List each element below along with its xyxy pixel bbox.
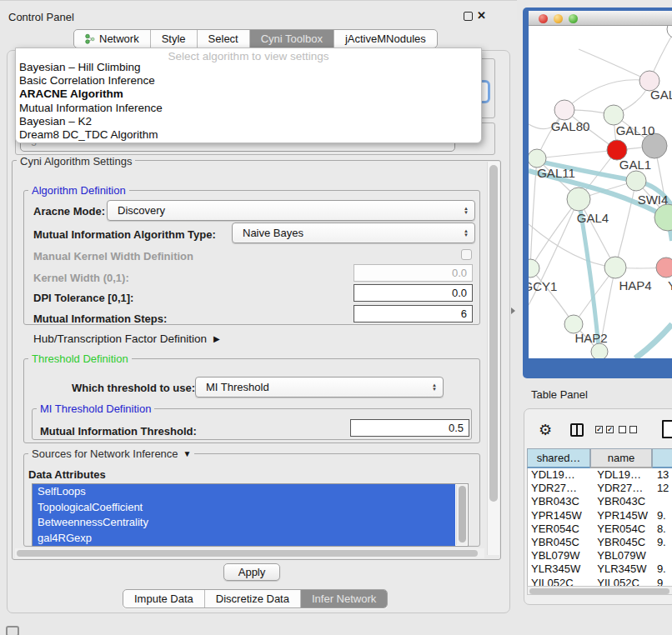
table-cell[interactable]: YER054C bbox=[589, 522, 649, 536]
table-cell[interactable]: YIL052C bbox=[589, 577, 649, 587]
table-row[interactable]: YBL079W YBL079W bbox=[528, 549, 672, 562]
document-icon[interactable] bbox=[662, 420, 672, 438]
table-cell[interactable] bbox=[649, 549, 672, 562]
algorithm-option[interactable]: Bayesian – K2 bbox=[16, 115, 481, 128]
table-cell[interactable]: YPR145W bbox=[528, 509, 589, 522]
table-cell[interactable]: 9. bbox=[649, 536, 672, 549]
network-node[interactable] bbox=[654, 204, 672, 231]
table-cell[interactable]: 12 bbox=[649, 482, 672, 495]
collapse-right-icon[interactable]: ▶ bbox=[213, 334, 220, 343]
tab-cyni-toolbox[interactable]: Cyni Toolbox bbox=[250, 30, 334, 48]
settings-vertical-scrollbar[interactable] bbox=[487, 162, 499, 555]
tab-discretize-data[interactable]: Discretize Data bbox=[205, 590, 301, 608]
network-window-titlebar[interactable] bbox=[529, 11, 672, 26]
deselect-columns-icon[interactable] bbox=[619, 426, 637, 433]
table-cell[interactable]: YDR27… bbox=[589, 482, 649, 495]
table-cell[interactable] bbox=[649, 495, 672, 508]
close-traffic-light-icon[interactable] bbox=[539, 14, 548, 23]
tab-style[interactable]: Style bbox=[151, 30, 198, 48]
network-node[interactable] bbox=[604, 257, 626, 278]
table-cell[interactable]: YBR043C bbox=[589, 495, 649, 508]
tab-network[interactable]: Network bbox=[74, 30, 151, 48]
splitpane-collapse-icon[interactable] bbox=[511, 308, 515, 314]
tab-impute-data[interactable]: Impute Data bbox=[123, 590, 205, 608]
mi-threshold-input[interactable]: 0.5 bbox=[350, 419, 469, 437]
mi-type-combo[interactable]: Naive Bayes ▲▼ bbox=[232, 222, 475, 243]
table-horizontal-scrollbar[interactable] bbox=[527, 586, 672, 595]
kernel-width-input[interactable]: 0.0 bbox=[354, 264, 473, 282]
table-cell[interactable]: YPR145W bbox=[589, 509, 649, 522]
table-row[interactable]: YDR27… YDR27… 12 bbox=[528, 482, 672, 495]
list-item-selected[interactable]: BetweennessCentrality bbox=[33, 515, 455, 531]
manual-kernel-checkbox[interactable] bbox=[461, 249, 472, 260]
table-cell[interactable]: YLR345W bbox=[589, 562, 649, 576]
expand-down-icon[interactable]: ▼ bbox=[183, 449, 192, 458]
network-node[interactable] bbox=[567, 188, 590, 211]
zoom-traffic-light-icon[interactable] bbox=[569, 14, 578, 23]
list-item-selected[interactable]: gal4RGexp bbox=[33, 531, 455, 547]
tab-infer-network[interactable]: Infer Network bbox=[301, 590, 387, 608]
table-row[interactable]: YDL19… YDL19… 13 bbox=[528, 468, 672, 482]
table-cell[interactable]: YLR345W bbox=[528, 562, 589, 576]
dpi-tolerance-input[interactable]: 0.0 bbox=[354, 284, 473, 302]
table-row[interactable]: YBR045C YBR045C 9. bbox=[528, 536, 672, 549]
network-node[interactable] bbox=[554, 100, 574, 120]
algorithm-option[interactable]: Basic Correlation Inference bbox=[16, 74, 481, 88]
table-cell[interactable]: YBR043C bbox=[528, 495, 589, 508]
table-row[interactable]: YIL052C YIL052C 9 bbox=[528, 577, 672, 587]
tab-jactivemnodules[interactable]: jActiveMNodules bbox=[334, 30, 437, 48]
scrollbar-thumb[interactable] bbox=[489, 165, 498, 502]
table-cell[interactable]: 9. bbox=[649, 562, 672, 576]
table-cell[interactable]: 8. bbox=[649, 522, 672, 536]
network-node[interactable] bbox=[591, 343, 608, 358]
table-cell[interactable]: YBL079W bbox=[589, 549, 649, 562]
settings-horizontal-scrollbar[interactable] bbox=[15, 548, 484, 558]
scrollbar-thumb[interactable] bbox=[459, 486, 466, 542]
table-row[interactable]: YPR145W YPR145W 9. bbox=[528, 509, 672, 522]
float-window-icon[interactable] bbox=[464, 12, 473, 21]
network-node[interactable] bbox=[656, 258, 672, 278]
table-cell[interactable]: YBL079W bbox=[528, 549, 589, 562]
list-item-selected[interactable]: SelfLoops bbox=[33, 484, 455, 500]
algorithm-option[interactable]: Mutual Information Inference bbox=[16, 102, 481, 115]
algorithm-option[interactable]: Bayesian – Hill Climbing bbox=[16, 61, 481, 74]
table-cell[interactable]: 13 bbox=[649, 468, 672, 482]
minimized-panel-icon[interactable] bbox=[6, 626, 19, 635]
settings-gear-icon[interactable]: ⚙ bbox=[539, 421, 552, 439]
column-header-shared-name[interactable]: shared… bbox=[527, 448, 590, 468]
table-cell[interactable]: YIL052C bbox=[528, 577, 589, 587]
network-node[interactable] bbox=[667, 26, 672, 38]
table-cell[interactable]: YER054C bbox=[528, 522, 589, 536]
network-node[interactable] bbox=[529, 149, 546, 168]
scrollbar-thumb[interactable] bbox=[17, 550, 478, 557]
table-row[interactable]: YLR345W YLR345W 9. bbox=[528, 562, 672, 576]
which-threshold-combo[interactable]: MI Threshold ▲▼ bbox=[195, 377, 444, 398]
list-item-selected[interactable]: TopologicalCoefficient bbox=[33, 500, 455, 516]
column-header-partial[interactable] bbox=[652, 448, 672, 468]
algorithm-option-selected[interactable]: ARACNE Algorithm bbox=[16, 88, 481, 101]
tab-select[interactable]: Select bbox=[198, 30, 250, 48]
apply-button[interactable]: Apply bbox=[223, 563, 280, 581]
network-node[interactable] bbox=[626, 171, 646, 191]
select-columns-icon[interactable]: ✓ ✓ bbox=[595, 426, 614, 433]
table-row[interactable]: YER054C YER054C 8. bbox=[528, 522, 672, 536]
network-node[interactable] bbox=[529, 259, 539, 278]
network-node[interactable] bbox=[604, 105, 624, 125]
close-icon[interactable]: ✕ bbox=[477, 9, 486, 22]
column-header-name[interactable]: name bbox=[590, 448, 652, 468]
scrollbar-thumb[interactable] bbox=[529, 588, 669, 594]
table-cell[interactable]: 9. bbox=[649, 509, 672, 522]
minimize-traffic-light-icon[interactable] bbox=[554, 14, 563, 23]
mi-steps-input[interactable]: 6 bbox=[354, 305, 473, 322]
split-view-icon[interactable] bbox=[570, 423, 584, 437]
table-cell[interactable]: YDL19… bbox=[589, 468, 649, 482]
aracne-mode-combo[interactable]: Discovery ▲▼ bbox=[107, 200, 475, 221]
hub-transcription-section[interactable]: Hub/Transcription Factor Definition ▶ bbox=[33, 332, 220, 345]
table-cell[interactable]: YDL19… bbox=[528, 468, 589, 482]
table-cell[interactable]: YBR045C bbox=[589, 536, 649, 549]
network-canvas[interactable]: GAL GAL80 GAL10 GAL1 GAL11 SWI4 GAL4 GCY… bbox=[529, 26, 672, 358]
table-cell[interactable]: YBR045C bbox=[528, 536, 589, 549]
table-cell[interactable]: YDR27… bbox=[528, 482, 589, 495]
list-vertical-scrollbar[interactable] bbox=[456, 485, 467, 545]
algorithm-option[interactable]: Dream8 DC_TDC Algorithm bbox=[16, 128, 481, 142]
